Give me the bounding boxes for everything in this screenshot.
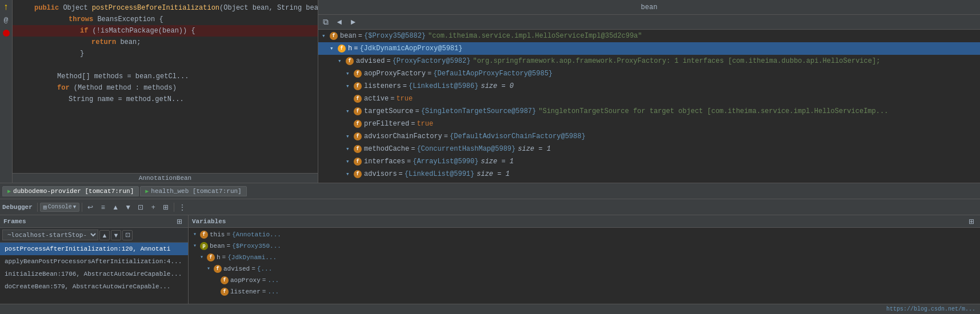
tree-icon-methodcache: f [354, 145, 362, 153]
run-icon-tab1: ▶ [7, 188, 11, 195]
tree-prefiltered-name: preFiltered [364, 118, 409, 130]
thread-filter-button[interactable]: ⊡ [122, 230, 133, 240]
table-view-button[interactable]: ⊞ [160, 202, 171, 213]
var-icon-aopproxy-2: f [221, 276, 229, 284]
sep-3 [174, 203, 174, 212]
code-line-7: Method[] methods = bean.getCl... [13, 71, 318, 82]
var-advised-name: advised [223, 264, 250, 274]
tree-item-advisorchainfactory[interactable]: ▾ f advisorChainFactory = {DefaultAdviso… [318, 130, 980, 143]
frame-item-1[interactable]: applyBeanPostProcessorsAfterInitializati… [0, 255, 188, 268]
tree-h-eq: = [354, 43, 358, 54]
variables-panel-header: Variables ⊞ [189, 215, 980, 228]
debugger-tabs-bar: ▶ dubbodemo-provider [tomcat7:run] ▶ hea… [0, 183, 980, 199]
var-item-this[interactable]: ▾ f this = {Annotatio... [189, 229, 980, 240]
var-advised-eq: = [251, 264, 255, 274]
tree-active-value: true [396, 93, 413, 104]
code-editor-panel: public Object postProcessBeforeInitializ… [13, 0, 318, 183]
var-item-listener[interactable]: f listener = ... [189, 286, 980, 297]
list-view-button[interactable]: ≡ [97, 202, 109, 213]
tree-toggle-aopproxy: ▾ [346, 68, 354, 79]
var-item-bean[interactable]: ▾ p bean = {$Proxy350... [189, 240, 980, 252]
up-arrow-icon[interactable]: ↑ [1, 2, 11, 13]
tree-item-advisors[interactable]: ▾ f advisors = {LinkedList@5991} size = … [318, 168, 980, 180]
panel-forward-icon[interactable]: ► [348, 17, 358, 27]
code-return-type: Object [59, 2, 92, 14]
kw-public: public [34, 2, 59, 14]
var-icon-advised-2: f [214, 265, 222, 273]
var-advised-value: {... [257, 264, 272, 274]
var-item-h[interactable]: ▾ f h = {JdkDynami... [189, 252, 980, 263]
var-this-eq: = [226, 230, 230, 240]
tree-item-targetsource[interactable]: ▾ f targetSource = {SingletonTargetSourc… [318, 105, 980, 118]
frame-item-2[interactable]: initializeBean:1706, AbstractAutowireCap… [0, 268, 188, 280]
tree-toggle-root: ▾ [322, 30, 330, 42]
var-listener-value: ... [267, 287, 279, 297]
panel-back-icon[interactable]: ◄ [334, 17, 345, 27]
variables-expand-button[interactable]: ⊞ [966, 216, 977, 227]
var-this-value: {Annotatio... [232, 230, 281, 240]
var-listener-eq: = [262, 287, 266, 297]
tree-advisors-size: size = 1 [477, 168, 510, 180]
var-icon-listener: f [221, 288, 229, 296]
restore-layout-button[interactable]: ↩ [85, 202, 96, 213]
var-icon-h: f [207, 253, 215, 261]
tab1-label: dubbodemo-provider [tomcat7:run] [13, 188, 134, 195]
tree-item-active[interactable]: f active = true [318, 92, 980, 105]
panel-copy-icon[interactable]: ⧉ [321, 17, 331, 27]
tree-item-interfaces[interactable]: ▾ f interfaces = {ArrayList@5990} size =… [318, 155, 980, 168]
thread-down-button[interactable]: ▼ [111, 230, 121, 240]
var-icon-this: f [200, 231, 208, 239]
frame-item-0[interactable]: postProcessAfterInitialization:120, Anno… [0, 243, 188, 255]
tree-item-aopproxyfactory[interactable]: ▾ f aopProxyFactory = {DefaultAopProxyFa… [318, 67, 980, 80]
status-bar: https://blog.csdn.net/m... [0, 304, 980, 314]
tree-advised-name: advised [356, 55, 385, 67]
frame-item-3[interactable]: doCreateBean:579, AbstractAutowireCapabl… [0, 280, 188, 293]
var-aopproxy-value-2: ... [267, 275, 279, 285]
at-icon[interactable]: @ [1, 15, 11, 25]
tree-item-listeners[interactable]: ▾ f listeners = {LinkedList@5986} size =… [318, 80, 980, 92]
variables-title: Variables [192, 218, 226, 225]
tree-toggle-advisorchainfactory: ▾ [346, 131, 354, 142]
var-h-eq: = [222, 252, 226, 263]
tree-aopproxy-eq: = [427, 68, 431, 79]
thread-selector[interactable]: ~localhost-startStop-1... [2, 230, 98, 240]
code-return-bean: bean; [116, 37, 141, 48]
step-down-button[interactable]: ▼ [122, 202, 134, 213]
tree-root-bean[interactable]: ▾ f bean = {$Proxy35@5882} "com.itheima.… [318, 30, 980, 42]
more-button[interactable]: ⋮ [177, 202, 188, 213]
tree-advised-eq: = [386, 55, 390, 67]
tree-item-prefiltered[interactable]: f preFiltered = true [318, 118, 980, 130]
variables-list[interactable]: ▾ f this = {Annotatio... ▾ p bean = {$Pr… [189, 228, 980, 304]
tree-item-h[interactable]: ▾ f h = {JdkDynamicAopProxy@5981} [318, 42, 980, 55]
kw-return: return [91, 37, 116, 48]
tree-item-advised[interactable]: ▾ f advised = {ProxyFactory@5982} "org.s… [318, 55, 980, 67]
tree-toggle-targetsource: ▾ [346, 106, 354, 117]
add-button[interactable]: + [147, 202, 159, 213]
var-item-advised[interactable]: ▾ f advised = {... [189, 263, 980, 275]
code-line-3: if (!isMatchPackage(bean)) { [13, 25, 318, 37]
var-bean-eq: = [226, 241, 230, 251]
tree-h-name: h [348, 43, 352, 54]
code-for-rest: (Method method : methods) [70, 82, 177, 94]
tree-advisorchainfactory-eq: = [444, 131, 448, 142]
var-listener-name: listener [230, 287, 261, 297]
tab-dubbodemo-provider[interactable]: ▶ dubbodemo-provider [tomcat7:run] [2, 186, 139, 196]
tree-active-name: active [364, 93, 389, 104]
bottom-panel: ▶ dubbodemo-provider [tomcat7:run] ▶ hea… [0, 183, 980, 314]
right-panel-content[interactable]: ▾ f bean = {$Proxy35@5882} "com.itheima.… [318, 30, 980, 183]
frames-list[interactable]: postProcessAfterInitialization:120, Anno… [0, 243, 188, 304]
tab-health-web[interactable]: ▶ health_web [tomcat7:run] [140, 186, 246, 196]
frames-expand-button[interactable]: ⊞ [174, 216, 185, 227]
code-line-1: public Object postProcessBeforeInitializ… [13, 2, 318, 14]
var-toggle-advised: ▾ [207, 264, 214, 274]
breakpoint-icon[interactable] [3, 30, 10, 37]
thread-up-button[interactable]: ▲ [99, 230, 110, 240]
console-button[interactable]: ▤ Console ▼ [40, 203, 79, 212]
console-icon: ▤ [43, 204, 47, 211]
var-h-name: h [217, 252, 221, 263]
step-up-button[interactable]: ▲ [110, 202, 121, 213]
tree-methodcache-value: {ConcurrentHashMap@5989} [417, 143, 515, 155]
tree-item-methodcache[interactable]: ▾ f methodCache = {ConcurrentHashMap@598… [318, 143, 980, 155]
filter-button[interactable]: ⊡ [135, 202, 146, 213]
var-item-aopproxy-2[interactable]: f aopProxy = ... [189, 275, 980, 286]
